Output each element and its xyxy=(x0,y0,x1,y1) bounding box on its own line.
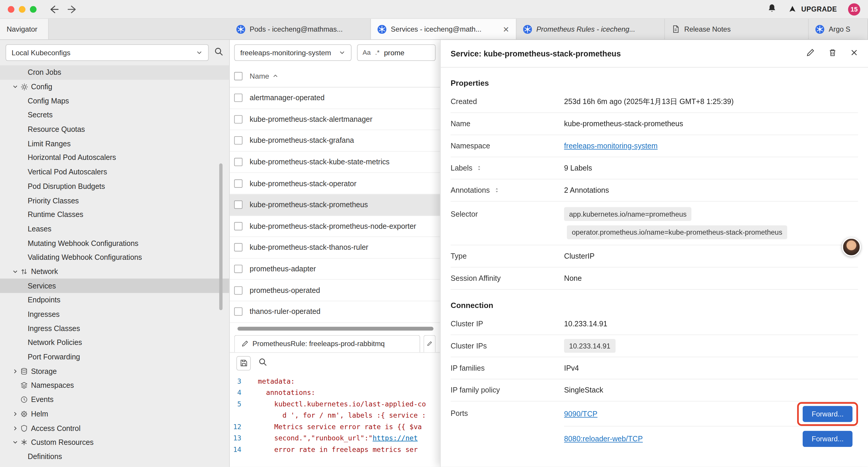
helm-wheel-icon xyxy=(20,410,28,417)
row-checkbox[interactable] xyxy=(234,286,243,294)
sidebar-item-label: Namespaces xyxy=(31,381,74,389)
regex-toggle[interactable]: .* xyxy=(375,49,380,56)
table-row[interactable]: kube-prometheus-stack-thanos-ruler xyxy=(230,237,440,258)
forward-port-button[interactable]: Forward... xyxy=(803,406,852,421)
labels-count[interactable]: 9 Labels xyxy=(564,164,592,172)
port-link[interactable]: 9090/TCP xyxy=(564,410,597,418)
sidebar-item-resource-quotas[interactable]: Resource Quotas xyxy=(0,122,229,137)
namespace-filter-select[interactable]: freeleaps-monitoring-system xyxy=(234,44,351,61)
sidebar-item-access-control[interactable]: Access Control xyxy=(0,421,229,435)
row-checkbox[interactable] xyxy=(234,222,243,230)
sidebar-item-config[interactable]: Config xyxy=(0,80,229,94)
annotations-count[interactable]: 2 Annotations xyxy=(564,186,609,195)
navigator-panel-header[interactable]: Navigator xyxy=(0,19,49,39)
upgrade-button[interactable]: UPGRADE xyxy=(788,4,837,14)
chevron-down-icon xyxy=(196,49,203,56)
editor-search-button[interactable] xyxy=(258,358,267,369)
row-checkbox[interactable] xyxy=(234,308,243,316)
sidebar-item-runtime-classes[interactable]: Runtime Classes xyxy=(0,207,229,222)
sidebar-item-validating-webhook-configurations[interactable]: Validating Webhook Configurations xyxy=(0,250,229,265)
table-row[interactable]: kube-prometheus-stack-prometheus-node-ex… xyxy=(230,216,440,237)
sidebar-item-limit-ranges[interactable]: Limit Ranges xyxy=(0,137,229,151)
table-row[interactable]: prometheus-adapter xyxy=(230,259,440,280)
forward-port-button[interactable]: Forward... xyxy=(803,431,852,447)
horizontal-scrollbar[interactable] xyxy=(234,326,436,332)
table-row[interactable]: prometheus-operated xyxy=(230,280,440,301)
sidebar-item-leases[interactable]: Leases xyxy=(0,222,229,236)
zoom-window-button[interactable] xyxy=(30,6,36,12)
tab-prometheus-rules[interactable]: Prometheus Rules - icecheng... xyxy=(517,19,665,39)
scrollbar-thumb[interactable] xyxy=(238,327,433,330)
row-checkbox[interactable] xyxy=(234,201,243,209)
match-case-toggle[interactable]: Aa xyxy=(363,49,371,56)
namespace-link[interactable]: freeleaps-monitoring-system xyxy=(564,142,658,150)
table-row[interactable]: alertmanager-operated xyxy=(230,87,440,109)
sidebar-item-port-forwarding[interactable]: Port Forwarding xyxy=(0,350,229,364)
editor-tab-partial[interactable] xyxy=(423,335,435,352)
sidebar-item-mutating-webhook-configurations[interactable]: Mutating Webhook Configurations xyxy=(0,236,229,250)
sidebar-item-ingress-classes[interactable]: Ingress Classes xyxy=(0,321,229,335)
sidebar-item-pod-disruption-budgets[interactable]: Pod Disruption Budgets xyxy=(0,179,229,193)
expand-collapse-icon[interactable] xyxy=(476,164,483,171)
port-link[interactable]: 8080:reloader-web/TCP xyxy=(564,435,643,443)
edit-button[interactable] xyxy=(806,48,815,59)
row-checkbox[interactable] xyxy=(234,137,243,145)
table-row[interactable]: kube-prometheus-stack-operator xyxy=(230,173,440,194)
row-checkbox[interactable] xyxy=(234,94,243,102)
back-button[interactable] xyxy=(49,5,59,13)
notifications-button[interactable] xyxy=(768,3,777,15)
editor-tab-prometheusrule[interactable]: PrometheusRule: freeleaps-prod-rabbitmq xyxy=(234,335,421,352)
sidebar-item-custom-resources[interactable]: Custom Resources xyxy=(0,435,229,449)
yaml-editor[interactable]: 3 metadata: 4 annotations: 5 kubectl.kub… xyxy=(230,374,440,467)
sidebar-item-events[interactable]: Events xyxy=(0,392,229,407)
close-window-button[interactable] xyxy=(8,6,14,12)
row-checkbox[interactable] xyxy=(234,265,243,273)
tab-argo[interactable]: Argo S xyxy=(809,19,868,39)
row-checkbox[interactable] xyxy=(234,243,243,252)
row-checkbox[interactable] xyxy=(234,179,243,187)
sidebar-item-cron-jobs[interactable]: Cron Jobs xyxy=(0,65,229,80)
row-checkbox[interactable] xyxy=(234,115,243,123)
list-search-input[interactable]: Aa .* prome xyxy=(357,44,436,61)
tab-pods[interactable]: Pods - icecheng@mathmas... xyxy=(230,19,371,39)
delete-button[interactable] xyxy=(828,48,837,59)
sidebar-item-priority-classes[interactable]: Priority Classes xyxy=(0,193,229,207)
sidebar-item-network-policies[interactable]: Network Policies xyxy=(0,336,229,350)
name-column-header[interactable]: Name xyxy=(250,72,279,80)
close-tab-icon[interactable]: ✕ xyxy=(503,25,509,33)
sidebar-item-services[interactable]: Services xyxy=(0,279,229,293)
sidebar-item-horizontal-pod-autoscalers[interactable]: Horizontal Pod Autoscalers xyxy=(0,151,229,165)
sidebar-item-storage[interactable]: Storage xyxy=(0,364,229,378)
minimize-window-button[interactable] xyxy=(19,6,25,12)
table-row-selected[interactable]: kube-prometheus-stack-prometheus xyxy=(230,195,440,216)
save-button[interactable] xyxy=(236,356,251,370)
tab-release-notes[interactable]: Release Notes xyxy=(665,19,809,39)
sidebar-item-label: Resource Quotas xyxy=(28,125,85,134)
row-checkbox[interactable] xyxy=(234,158,243,166)
sidebar-item-namespaces[interactable]: Namespaces xyxy=(0,378,229,392)
sidebar-item-helm[interactable]: Helm xyxy=(0,407,229,421)
table-row[interactable]: kube-prometheus-stack-grafana xyxy=(230,130,440,152)
forward-button[interactable] xyxy=(68,5,78,13)
sidebar-item-vertical-pod-autoscalers[interactable]: Vertical Pod Autoscalers xyxy=(0,165,229,179)
sidebar-item-ingresses[interactable]: Ingresses xyxy=(0,307,229,321)
user-avatar[interactable] xyxy=(842,238,861,257)
sidebar-item-secrets[interactable]: Secrets xyxy=(0,108,229,122)
sidebar-search-button[interactable] xyxy=(214,47,224,58)
table-row[interactable]: kube-prometheus-stack-alertmanager xyxy=(230,109,440,130)
sidebar-item-network[interactable]: Network xyxy=(0,265,229,279)
chevron-down-icon xyxy=(12,84,18,90)
close-drawer-button[interactable] xyxy=(850,49,858,59)
sidebar-item-definitions[interactable]: Definitions xyxy=(0,449,229,464)
table-row[interactable]: thanos-ruler-operated xyxy=(230,301,440,322)
sidebar-item-config-maps[interactable]: Config Maps xyxy=(0,94,229,108)
kubeconfig-selector[interactable]: Local Kubeconfigs xyxy=(6,44,209,61)
expand-collapse-icon[interactable] xyxy=(494,186,500,194)
kubeconfig-selector-value: Local Kubeconfigs xyxy=(11,49,70,57)
tab-services[interactable]: Services - icecheng@math... ✕ xyxy=(371,19,517,39)
table-row[interactable]: kube-prometheus-stack-kube-state-metrics xyxy=(230,152,440,173)
notification-count-badge[interactable]: 15 xyxy=(848,3,860,15)
sidebar-item-endpoints[interactable]: Endpoints xyxy=(0,293,229,307)
sidebar-scrollbar[interactable] xyxy=(219,164,222,310)
select-all-checkbox[interactable] xyxy=(234,72,243,80)
